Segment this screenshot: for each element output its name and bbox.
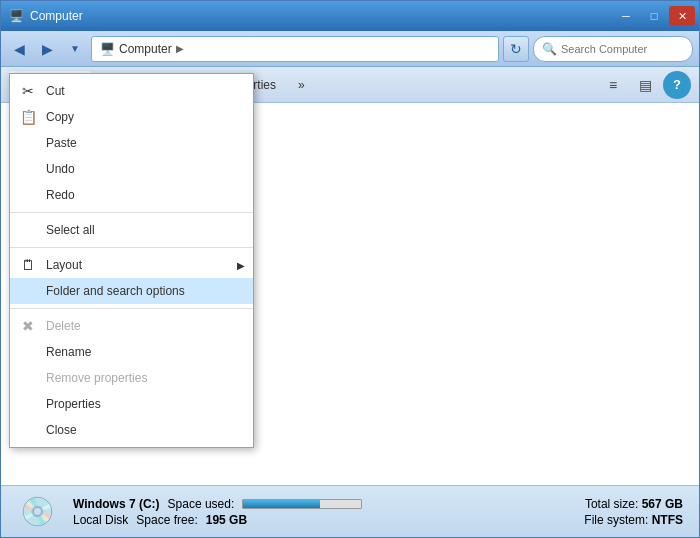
address-folder-icon: 🖥️ [100, 42, 115, 56]
status-right: Total size: 567 GB File system: NTFS [584, 497, 683, 527]
status-space-free-value: 195 GB [206, 513, 247, 527]
menu-item-layout[interactable]: 🗒Layout▶ [10, 252, 253, 278]
menu-item-close[interactable]: Close [10, 417, 253, 443]
more-button[interactable]: » [288, 71, 315, 99]
status-space-free-label: Space free: [136, 513, 197, 527]
preview-button[interactable]: ▤ [631, 71, 659, 99]
search-box[interactable]: 🔍 [533, 36, 693, 62]
menu-separator [10, 212, 253, 213]
view-button[interactable]: ≡ [599, 71, 627, 99]
titlebar-left: 🖥️ Computer [9, 9, 83, 23]
menu-item-icon: ✖ [18, 316, 38, 336]
status-bar-fill [243, 500, 320, 508]
forward-button[interactable]: ▶ [35, 37, 59, 61]
refresh-button[interactable]: ↻ [503, 36, 529, 62]
titlebar-icon: 🖥️ [9, 9, 24, 23]
address-box[interactable]: 🖥️ Computer ▶ [91, 36, 499, 62]
status-row-1: Windows 7 (C:) Space used: [73, 497, 362, 511]
window-title: Computer [30, 9, 83, 23]
menu-item-redo[interactable]: Redo [10, 182, 253, 208]
help-button[interactable]: ? [663, 71, 691, 99]
statusbar: 💿 Windows 7 (C:) Space used: Local Disk … [1, 485, 699, 537]
menu-separator [10, 308, 253, 309]
menu-item-copy[interactable]: 📋Copy [10, 104, 253, 130]
dropdown-button[interactable]: ▼ [63, 37, 87, 61]
status-row-2: Local Disk Space free: 195 GB [73, 513, 362, 527]
menu-item-folder-and-search-options[interactable]: Folder and search options [10, 278, 253, 304]
total-size-value: 567 GB [642, 497, 683, 511]
status-filesystem: File system: NTFS [584, 513, 683, 527]
submenu-arrow: ▶ [237, 260, 245, 271]
back-button[interactable]: ◀ [7, 37, 31, 61]
menu-item-remove-properties: Remove properties [10, 365, 253, 391]
explorer-window: 🖥️ Computer ─ □ ✕ ◀ ▶ ▼ 🖥️ Computer ▶ ↻ … [0, 0, 700, 538]
address-label: Computer [119, 42, 172, 56]
context-menu: ✂Cut📋CopyPasteUndoRedoSelect all🗒Layout▶… [9, 73, 254, 448]
status-total-size: Total size: 567 GB [584, 497, 683, 511]
status-drive-icon: 💿 [17, 492, 57, 532]
status-info: Windows 7 (C:) Space used: Local Disk Sp… [73, 497, 362, 527]
close-button[interactable]: ✕ [669, 6, 695, 26]
menu-item-delete: ✖Delete [10, 313, 253, 339]
menu-item-paste[interactable]: Paste [10, 130, 253, 156]
menu-item-icon: ✂ [18, 81, 38, 101]
status-bar-bg [242, 499, 362, 509]
total-size-label: Total size: [585, 497, 638, 511]
status-drive-name: Windows 7 (C:) [73, 497, 160, 511]
minimize-button[interactable]: ─ [613, 6, 639, 26]
status-bar-container [242, 499, 362, 509]
titlebar: 🖥️ Computer ─ □ ✕ [1, 1, 699, 31]
search-icon: 🔍 [542, 42, 557, 56]
maximize-button[interactable]: □ [641, 6, 667, 26]
titlebar-controls: ─ □ ✕ [613, 6, 695, 26]
menu-item-undo[interactable]: Undo [10, 156, 253, 182]
menu-separator [10, 247, 253, 248]
menu-item-icon: 🗒 [18, 255, 38, 275]
address-arrow: ▶ [176, 43, 184, 54]
addressbar: ◀ ▶ ▼ 🖥️ Computer ▶ ↻ 🔍 [1, 31, 699, 67]
more-label: » [298, 78, 305, 92]
filesystem-value: NTFS [652, 513, 683, 527]
menu-item-cut[interactable]: ✂Cut [10, 78, 253, 104]
menu-item-properties[interactable]: Properties [10, 391, 253, 417]
menu-item-rename[interactable]: Rename [10, 339, 253, 365]
search-input[interactable] [561, 43, 681, 55]
status-disk-type: Local Disk [73, 513, 128, 527]
menu-item-select-all[interactable]: Select all [10, 217, 253, 243]
status-space-used-label: Space used: [168, 497, 235, 511]
filesystem-label: File system: [584, 513, 648, 527]
menu-item-icon: 📋 [18, 107, 38, 127]
toolbar-right: ≡ ▤ ? [599, 71, 691, 99]
